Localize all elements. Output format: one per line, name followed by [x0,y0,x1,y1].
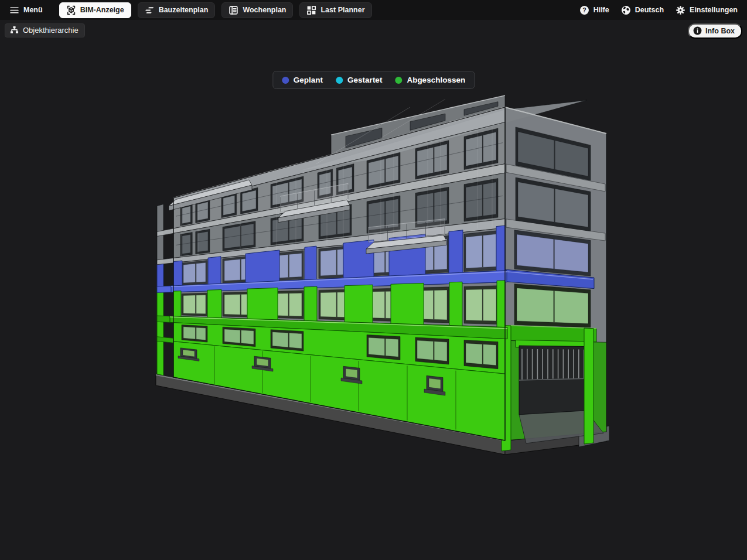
gear-icon [676,5,685,15]
language-label: Deutsch [635,6,664,14]
object-hierarchy-label: Objekthierarchie [23,26,79,35]
legend-item-abgeschlossen: Abgeschlossen [395,76,465,84]
svg-text:?: ? [582,6,586,13]
globe-icon [621,5,631,15]
legend-item-geplant: Geplant [282,76,323,84]
help-icon: ? [579,5,589,15]
completed-status-dot [395,77,402,84]
grid-icon [306,5,316,15]
tab-last-planner[interactable]: Last Planner [299,2,371,18]
tab-label: Last Planner [320,6,364,14]
topbar-right: ? Hilfe Deutsch [579,5,738,15]
status-legend: Geplant Gestartet Abgeschlossen [272,71,475,89]
object-hierarchy-button[interactable]: Objekthierarchie [5,23,85,37]
info-box-button[interactable]: Info Box [688,23,742,39]
tab-bauzeitenplan[interactable]: Bauzeitenplan [138,2,216,18]
help-label: Hilfe [593,6,609,14]
settings-label: Einstellungen [690,6,738,14]
building-side-facade [499,107,606,451]
gantt-icon [145,5,155,15]
tab-label: Wochenplan [243,6,286,14]
list-table-icon [228,5,238,15]
menu-button[interactable]: Menü [9,5,43,15]
language-button[interactable]: Deutsch [621,5,664,15]
tab-wochenplan[interactable]: Wochenplan [221,2,293,18]
info-box-label: Info Box [705,27,735,35]
info-icon [693,26,702,35]
hierarchy-icon [10,26,19,35]
tab-bim-anzeige[interactable]: BIM-Anzeige [59,2,131,18]
tab-label: BIM-Anzeige [80,6,124,14]
legend-label: Gestartet [347,76,382,84]
menu-label: Menü [23,6,43,14]
settings-button[interactable]: Einstellungen [676,5,738,15]
legend-label: Abgeschlossen [407,76,465,84]
hamburger-icon [9,5,19,15]
planned-status-dot [282,77,289,84]
cube-scan-icon [66,5,76,15]
legend-item-gestartet: Gestartet [336,76,382,84]
topbar: Menü BIM-Anzeige Bauzeitenplan [0,0,747,20]
legend-label: Geplant [294,76,323,84]
tab-label: Bauzeitenplan [159,6,209,14]
help-button[interactable]: ? Hilfe [579,5,609,15]
started-status-dot [336,77,343,84]
